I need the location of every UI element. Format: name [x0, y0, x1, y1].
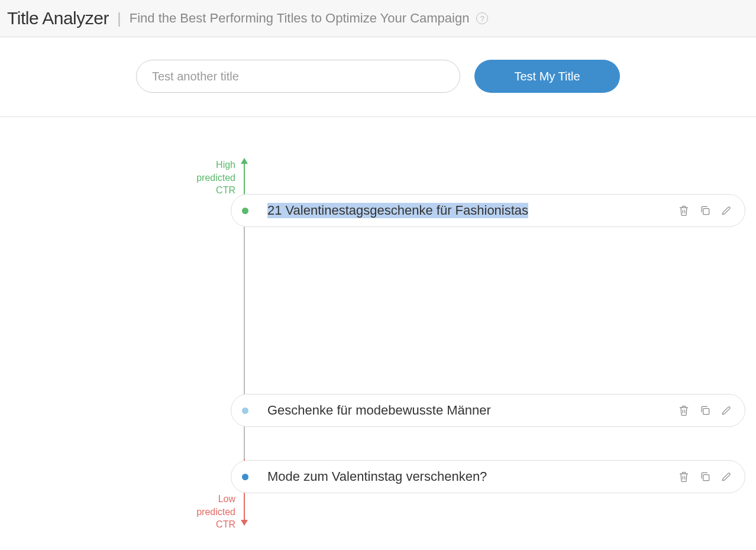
trash-icon [678, 205, 690, 216]
trash-icon [678, 471, 690, 483]
row-actions [677, 404, 733, 417]
help-icon[interactable]: ? [476, 12, 488, 24]
edit-icon [721, 405, 732, 416]
ctr-chart: High predicted CTR Low predicted CTR 21 … [0, 153, 756, 531]
edit-icon [721, 471, 732, 483]
title-row: 21 Valentinestagsgeschenke für Fashionis… [231, 194, 745, 227]
title-row: Geschenke für modebewusste Männer [231, 394, 745, 427]
delete-button[interactable] [677, 470, 690, 483]
copy-button[interactable] [699, 470, 712, 483]
title-input[interactable] [136, 60, 460, 93]
ctr-dot-icon [242, 208, 248, 214]
title-row: Mode zum Valentinstag verschenken? [231, 460, 745, 493]
row-actions [677, 204, 733, 217]
title-row-text[interactable]: Geschenke für modebewusste Männer [267, 403, 491, 418]
page-header: Title Analyzer | Find the Best Performin… [0, 0, 756, 37]
title-row-text[interactable]: Mode zum Valentinstag verschenken? [267, 469, 487, 484]
high-ctr-label: High predicted CTR [188, 158, 235, 197]
arrow-up-icon [241, 158, 248, 164]
copy-icon [699, 471, 711, 483]
copy-button[interactable] [699, 204, 712, 217]
arrow-down-icon [241, 520, 248, 526]
row-actions [677, 470, 733, 483]
delete-button[interactable] [677, 204, 690, 217]
edit-button[interactable] [720, 404, 733, 417]
edit-icon [721, 205, 732, 216]
ctr-dot-icon [242, 407, 248, 414]
header-divider: | [117, 9, 121, 28]
edit-button[interactable] [720, 204, 733, 217]
trash-icon [678, 405, 690, 416]
copy-button[interactable] [699, 404, 712, 417]
edit-button[interactable] [720, 470, 733, 483]
title-row-text[interactable]: 21 Valentinestagsgeschenke für Fashionis… [267, 203, 528, 218]
ctr-dot-icon [242, 474, 248, 480]
page-title: Title Analyzer [7, 8, 109, 28]
test-title-button[interactable]: Test My Title [474, 60, 620, 93]
page-subtitle: Find the Best Performing Titles to Optim… [130, 11, 470, 26]
delete-button[interactable] [677, 404, 690, 417]
test-title-section: Test My Title [0, 37, 756, 117]
copy-icon [699, 405, 711, 416]
low-ctr-label: Low predicted CTR [188, 493, 235, 531]
copy-icon [699, 205, 711, 216]
